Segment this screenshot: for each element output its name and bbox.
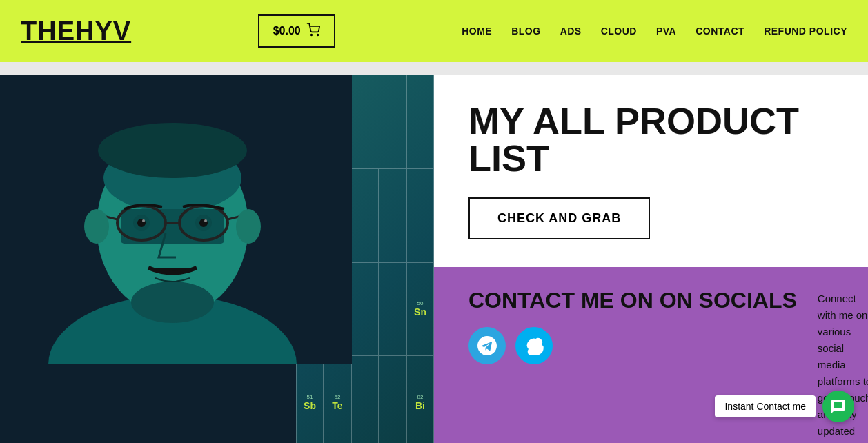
- nav-pva[interactable]: PVA: [656, 26, 676, 37]
- instant-contact-label: Instant Contact me: [715, 395, 816, 417]
- heisenberg-image: [21, 75, 352, 364]
- svg-point-1: [317, 35, 319, 36]
- periodic-cell: 50Sn: [406, 262, 434, 356]
- instant-contact-button[interactable]: [822, 391, 854, 422]
- periodic-cell: [351, 355, 379, 443]
- cart-price: $0.00: [273, 25, 301, 37]
- hero-right-panel: MY ALL PRODUCT LIST CHECK AND GRAB CONTA…: [434, 75, 868, 443]
- product-panel: MY ALL PRODUCT LIST CHECK AND GRAB: [434, 75, 868, 267]
- site-logo[interactable]: THEHYV: [21, 17, 131, 46]
- cart-icon: [306, 23, 320, 39]
- nav-cloud[interactable]: CLOUD: [601, 26, 637, 37]
- periodic-cell: 51Sb: [296, 355, 324, 443]
- main-content: 7N 8O 15P 16S 33As 34Se 50Sn 51Sb 52Te 8…: [0, 75, 868, 443]
- nav-refund[interactable]: REFUND POLICY: [764, 26, 847, 37]
- check-grab-button[interactable]: CHECK AND GRAB: [468, 197, 650, 239]
- sub-bar: [0, 62, 868, 75]
- periodic-cell: [406, 75, 434, 168]
- svg-point-19: [142, 219, 145, 222]
- periodic-cell: [406, 168, 434, 262]
- nav-contact[interactable]: CONTACT: [696, 26, 744, 37]
- skype-button[interactable]: [515, 327, 553, 364]
- periodic-cell: [351, 75, 406, 168]
- instant-contact-widget: Instant Contact me: [715, 391, 854, 422]
- skype-icon: [524, 336, 544, 355]
- svg-point-13: [131, 282, 214, 323]
- svg-point-15: [236, 209, 261, 244]
- svg-point-22: [204, 219, 207, 222]
- telegram-icon: [477, 336, 497, 355]
- product-title: MY ALL PRODUCT LIST: [468, 102, 834, 177]
- periodic-cell: [379, 262, 406, 356]
- periodic-cell: [351, 168, 379, 262]
- social-left: CONTACT ME ON ON SOCIALS: [468, 288, 797, 364]
- social-icons-row: [468, 327, 797, 364]
- periodic-cell: [379, 355, 406, 443]
- cart-button[interactable]: $0.00: [258, 14, 335, 48]
- svg-point-14: [84, 209, 109, 244]
- svg-point-16: [98, 123, 247, 178]
- telegram-button[interactable]: [468, 327, 506, 364]
- svg-point-0: [310, 35, 312, 36]
- main-nav: HOME BLOG ADS CLOUD PVA CONTACT REFUND P…: [462, 26, 847, 37]
- contact-socials-title: CONTACT ME ON ON SOCIALS: [468, 288, 797, 313]
- periodic-cell: 82Bi: [406, 355, 434, 443]
- hero-left-panel: 7N 8O 15P 16S 33As 34Se 50Sn 51Sb 52Te 8…: [0, 75, 434, 443]
- periodic-cell: [351, 262, 379, 356]
- nav-home[interactable]: HOME: [462, 26, 492, 37]
- chat-icon: [830, 398, 847, 415]
- nav-blog[interactable]: BLOG: [511, 26, 540, 37]
- header: THEHYV $0.00 HOME BLOG ADS CLOUD PVA CON…: [0, 0, 868, 62]
- nav-ads[interactable]: ADS: [560, 26, 582, 37]
- periodic-cell: 52Te: [324, 355, 351, 443]
- periodic-cell: [379, 168, 406, 262]
